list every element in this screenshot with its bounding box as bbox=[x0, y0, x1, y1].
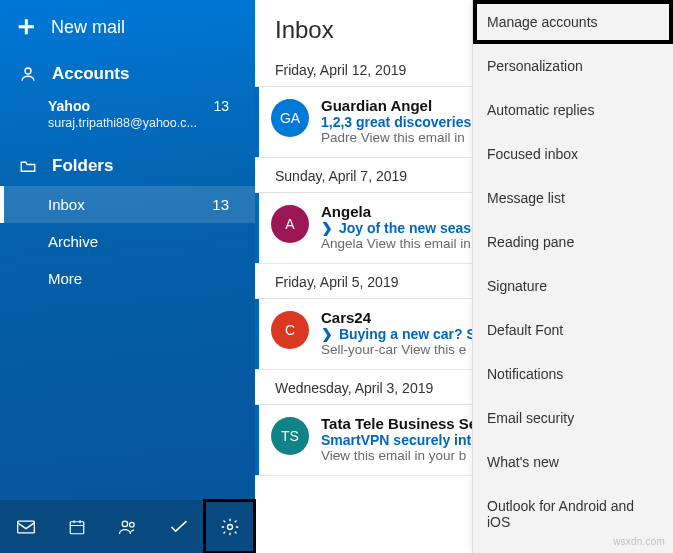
chevron-right-icon: ❯ bbox=[321, 326, 333, 342]
message-preview: View this email in your b bbox=[321, 448, 496, 463]
settings-item[interactable]: Default Font bbox=[473, 308, 673, 352]
folders-header[interactable]: Folders bbox=[0, 144, 255, 186]
settings-item[interactable]: What's new bbox=[473, 440, 673, 484]
message-preview: Angela View this email in bbox=[321, 236, 488, 251]
folder-count: 13 bbox=[212, 196, 229, 213]
settings-item[interactable]: Focused inbox bbox=[473, 132, 673, 176]
person-icon bbox=[18, 65, 38, 83]
account-item[interactable]: Yahoo suraj.tripathi88@yahoo.c... 13 bbox=[0, 94, 255, 144]
message-from: Guardian Angel bbox=[321, 97, 483, 114]
settings-item[interactable]: Notifications bbox=[473, 352, 673, 396]
settings-item[interactable]: Reading pane bbox=[473, 220, 673, 264]
folder-label: More bbox=[48, 270, 82, 287]
account-email: suraj.tripathi88@yahoo.c... bbox=[48, 116, 198, 130]
bottom-bar bbox=[0, 500, 255, 553]
folder-label: Archive bbox=[48, 233, 98, 250]
message-from: Tata Tele Business Servi bbox=[321, 415, 496, 432]
people-icon[interactable] bbox=[102, 500, 153, 553]
mail-icon[interactable] bbox=[0, 500, 51, 553]
plus-icon: ➕︎ bbox=[18, 16, 35, 38]
settings-item[interactable]: Outlook for Android and iOS bbox=[473, 484, 673, 544]
message-preview: Padre View this email in bbox=[321, 130, 483, 145]
settings-item[interactable]: Signature bbox=[473, 264, 673, 308]
folder-item-inbox[interactable]: Inbox13 bbox=[0, 186, 255, 223]
settings-item[interactable]: Automatic replies bbox=[473, 88, 673, 132]
account-name: Yahoo bbox=[48, 98, 237, 114]
message-preview: Sell-your-car View this e bbox=[321, 342, 484, 357]
svg-point-5 bbox=[227, 524, 232, 529]
settings-item[interactable]: Personalization bbox=[473, 44, 673, 88]
todo-icon[interactable] bbox=[153, 500, 204, 553]
accounts-header[interactable]: Accounts bbox=[0, 52, 255, 94]
sidebar: ➕︎ New mail Accounts Yahoo suraj.tripath… bbox=[0, 0, 255, 553]
chevron-right-icon: ❯ bbox=[321, 220, 333, 236]
svg-rect-1 bbox=[17, 521, 34, 533]
avatar: TS bbox=[271, 417, 309, 455]
avatar: A bbox=[271, 205, 309, 243]
avatar: GA bbox=[271, 99, 309, 137]
svg-point-3 bbox=[122, 521, 127, 526]
accounts-label: Accounts bbox=[52, 64, 129, 84]
new-mail-label: New mail bbox=[51, 17, 125, 38]
svg-point-0 bbox=[25, 68, 31, 74]
watermark: wsxdn.com bbox=[613, 536, 665, 547]
folder-icon bbox=[18, 158, 38, 174]
svg-rect-2 bbox=[70, 521, 84, 533]
settings-item[interactable]: Message list bbox=[473, 176, 673, 220]
account-unread-count: 13 bbox=[213, 98, 229, 114]
message-subject: ❯ Joy of the new season bbox=[321, 220, 488, 236]
message-from: Angela bbox=[321, 203, 488, 220]
settings-item[interactable]: Manage accounts bbox=[473, 0, 673, 44]
svg-point-4 bbox=[129, 522, 134, 527]
settings-item[interactable]: Email security bbox=[473, 396, 673, 440]
settings-icon[interactable] bbox=[204, 500, 255, 553]
calendar-icon[interactable] bbox=[51, 500, 102, 553]
message-from: Cars24 bbox=[321, 309, 484, 326]
settings-panel: Manage accountsPersonalizationAutomatic … bbox=[472, 0, 673, 553]
new-mail-button[interactable]: ➕︎ New mail bbox=[0, 0, 255, 52]
message-subject: SmartVPN securely inte bbox=[321, 432, 496, 448]
message-subject: 1,2,3 great discoveries a bbox=[321, 114, 483, 130]
folders-label: Folders bbox=[52, 156, 113, 176]
message-subject: ❯ Buying a new car? Se bbox=[321, 326, 484, 342]
folder-label: Inbox bbox=[48, 196, 85, 213]
avatar: C bbox=[271, 311, 309, 349]
folder-item-more[interactable]: More bbox=[0, 260, 255, 297]
folder-item-archive[interactable]: Archive bbox=[0, 223, 255, 260]
